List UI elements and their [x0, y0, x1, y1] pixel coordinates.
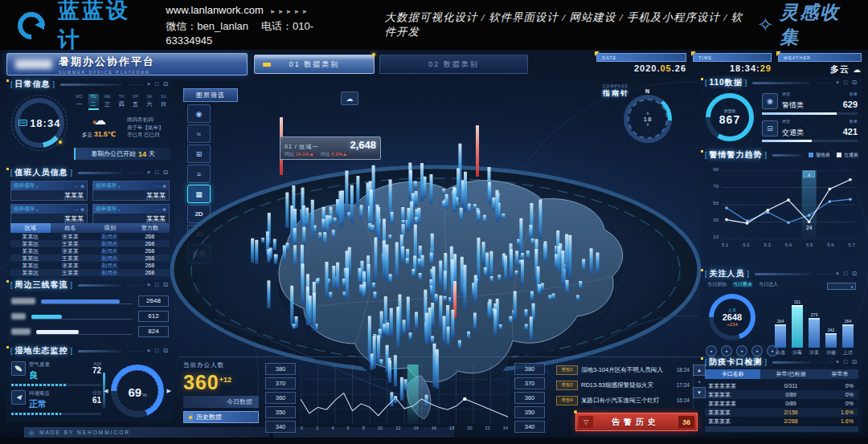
bottom-divider [178, 356, 709, 357]
credit-bar: ◎MADE BY NEHOMMICOR [24, 427, 269, 438]
duty-card[interactable]: 值班领导› ⋯⊗ 某某某 [92, 181, 170, 201]
focus-tabs: 当日抓拍 当日重点 当日迁入 [707, 281, 778, 288]
duty-table-header: 区域姓名 级别警力数 [10, 223, 170, 233]
noise-row: ◀ 环境噪音正常 分贝61 [11, 390, 101, 415]
chart-legend: 警情类 交通类 [809, 152, 858, 159]
bottom-bar [0, 438, 868, 444]
focus-bar: 242涉赌 [825, 328, 837, 356]
table-row: 某某某某某0/890% [705, 399, 858, 408]
inspiration-icon: ✧ [757, 15, 773, 35]
promo-banner: 蓝蓝设计 www.lanlanwork.com►►►►► 微信：ben_lanl… [0, 0, 868, 50]
tab-data-category-1[interactable]: 01 数据类别 [254, 55, 375, 74]
close-icon[interactable]: ⊗ [80, 183, 84, 189]
person-icon[interactable]: ● [751, 345, 763, 356]
table-row: 某某区王某某副局长268 [10, 269, 170, 276]
clock-widget: PM 18:34 [11, 95, 68, 151]
person-icon[interactable]: ● [736, 345, 747, 356]
lunar-calendar: 闰四月初四庚子年【鼠年】辛巳月 己巳日 [127, 116, 164, 139]
cloud-icon: ☁ [853, 65, 862, 74]
traffic-type-row: ⊟ 类型交通类 数量421 [762, 119, 858, 143]
close-icon[interactable]: ⊗ [80, 206, 84, 212]
active-dot [189, 416, 192, 419]
eco-gauge: 69% ◀ ▶ [111, 365, 164, 418]
svg-text:24: 24 [806, 225, 813, 230]
tab-daily-key[interactable]: 当日重点 [733, 281, 752, 288]
inspiration-collect[interactable]: ✧ 灵感收集 [757, 0, 852, 50]
focus-bar: 264上访 [842, 319, 854, 356]
week-strip: MO一 TU二 WE三 TH四 FR五 SA六 SU日 [74, 94, 169, 110]
scroll-up-button[interactable]: ▲ [693, 365, 706, 376]
warning-icon: ▽ [579, 416, 593, 428]
brand-logo-icon [16, 10, 47, 40]
tab-data-category-2[interactable]: 02 数据类别 [379, 55, 528, 74]
weather-label: WEATHER [778, 53, 862, 62]
contact-block: www.lanlanwork.com►►►►► 微信：ben_lanlan电话：… [166, 2, 344, 48]
date-value: 2020.05.26 [596, 63, 686, 73]
scroll-down-button[interactable]: ▼ [693, 387, 706, 398]
occupancy-plot [301, 365, 508, 424]
alert-item[interactable]: 类型2RD13-53烟感报警疑似火灾17:24 [556, 378, 690, 392]
air-quality-row: 空气质量良 AQI72 [11, 361, 101, 386]
notify-dot [372, 53, 375, 56]
category-dropdown[interactable]: ∨ [827, 283, 856, 290]
date-box: DATE 2020.05.26 [596, 53, 686, 75]
copyright-icon: ◎ [29, 430, 35, 436]
map-cloud-icon: ☁ [341, 92, 358, 105]
duty-card[interactable]: 值班领导› ⋯⊗ 某某某 [10, 204, 88, 224]
duty-card[interactable]: 值班领导› ⋯⊗ 某某某 [92, 204, 170, 224]
focus-gauge: 人员 2648+234 [709, 294, 755, 340]
panel-controls[interactable]: × □ ⊡ [836, 271, 858, 277]
checkpoint-header: 卡口名称 异常/已检测 异常率 [705, 369, 858, 379]
clock-marker [59, 141, 62, 144]
panel-focus-persons: [关注人员] ······· × □ ⊡ 当日抓拍 当日重点 当日迁入 人员 2… [701, 268, 862, 353]
panel-110-data: [110数据] ······· × □ ⊡ 接警数867 ◉ 类型警情类 数量6… [701, 77, 862, 146]
alert-list: 类型1湿地3-104片区有不明人员闯入18:24 类型2RD13-53烟感报警疑… [556, 363, 694, 409]
redacted-label [11, 328, 31, 335]
compass-ring[interactable]: ∧ 18 ∨ [624, 95, 672, 143]
redacted-label [11, 313, 26, 320]
map-tooltip: 01 / 区域一2,648 同比 14.1%▲ 环比 6.2%▲ [280, 136, 381, 160]
arrow-left-icon[interactable]: ◀ [104, 388, 108, 394]
duty-card[interactable]: 值班领导› ⋯⊗ 某某某 [10, 181, 88, 201]
person-icon[interactable]: ● [721, 345, 732, 356]
today-data-button[interactable]: 今日数据 [183, 396, 259, 408]
tab-daily-movein[interactable]: 当日迁入 [759, 281, 778, 288]
services-text: 大数据可视化设计 / 软件界面设计 / 网站建设 / 手机及小程序设计 / 软件… [384, 10, 746, 39]
trend-x-axis: 5.15.25.3 5.45.55.6 5.7 [722, 242, 855, 247]
date-label: DATE [596, 53, 686, 62]
panel-eco-monitor: [湿地生态监控] ······· × □ ⊡ 空气质量良 AQI72 ◀ 环境噪… [6, 345, 174, 422]
north-label: N [645, 88, 649, 94]
summer-notice: 暑期办公已开始14天 [74, 148, 170, 160]
brand-name: 蓝蓝设计 [58, 0, 146, 54]
alarm-type-row: ◉ 类型警情类 数量629 [762, 92, 858, 116]
panel-passenger-flow: [周边三线客流] ······· × □ ⊡ 2648 612 824 [6, 279, 174, 342]
alert-item[interactable]: 类型4某路口有小汽车连闯三个红灯16:24 [556, 393, 690, 407]
panel-controls[interactable]: × □ ⊡ [836, 359, 858, 365]
camera-icon: ◉ [762, 93, 778, 109]
alarm-gauge: 接警数867 [706, 93, 754, 141]
panel-controls[interactable]: × □ ⊡ [836, 79, 858, 86]
flow-row: 824 [11, 326, 169, 336]
alert-history-button[interactable]: ▽ 告警历史 36 [575, 413, 698, 431]
table-row-warning: 某某某某2/1561.6% [705, 408, 858, 417]
alert-scroll-controls: ▲ ● ▼ [693, 365, 706, 398]
compass-widget: COMPASS 指南针 ∧ 18 ∨ N [603, 84, 680, 157]
focus-bar: 264在逃 [775, 319, 787, 356]
table-footer-bar [705, 426, 858, 432]
svg-text:∨: ∨ [807, 173, 810, 177]
weather-widget: ☀☁ 多云31.5℃ [76, 114, 122, 139]
inspiration-label: 灵感收集 [780, 0, 852, 50]
redacted-text [15, 59, 52, 69]
website-link[interactable]: www.lanlanwork.com [166, 4, 263, 16]
person-icon[interactable]: ● [706, 345, 717, 356]
arrows-decoration: ►►►►► [270, 8, 310, 15]
tab-daily-capture[interactable]: 当日抓拍 [707, 281, 727, 288]
alert-count-badge: 36 [678, 416, 694, 428]
leaf-icon [11, 361, 26, 376]
history-data-button[interactable]: 历史数据 [183, 411, 259, 423]
pm-tag: PM [18, 120, 28, 126]
occupancy-y-axis-left: 380370 360350 340 [265, 363, 296, 435]
alert-item[interactable]: 类型1湿地3-104片区有不明人员闯入18:24 [556, 363, 690, 377]
panel-trend-chart: [警情警力趋势] 警情类 交通类 90 70 50 30 10 ∨24 5.15… [701, 149, 862, 265]
bus-icon: ⊟ [762, 120, 778, 136]
